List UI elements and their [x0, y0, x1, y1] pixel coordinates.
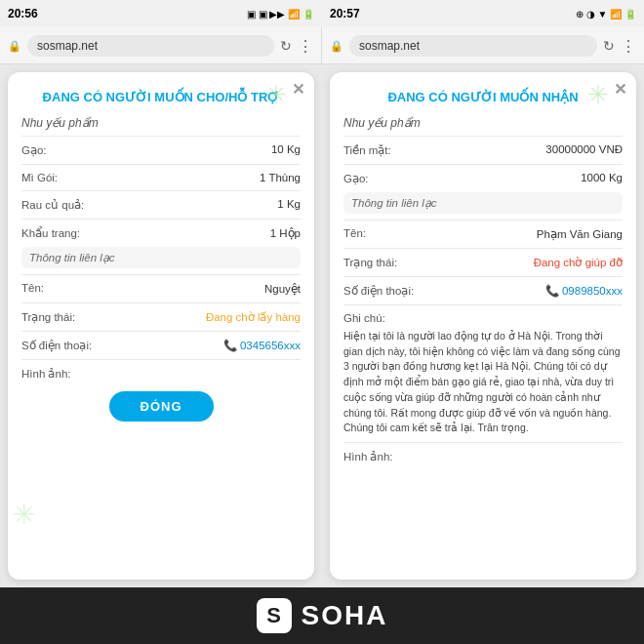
right-label-phone: Số điện thoại: [343, 284, 414, 298]
menu-dots-left[interactable]: ⋮ [298, 37, 313, 56]
left-value-trang-thai: Đang chờ lấy hàng [90, 310, 301, 324]
left-label-rau: Rau củ quả: [21, 198, 90, 212]
right-label-gao: Gạo: [343, 172, 412, 185]
reload-icon-left[interactable]: ↻ [280, 38, 292, 54]
browser-bars: 🔒 sosmap.net ↻ ⋮ 🔒 sosmap.net ↻ ⋮ [0, 27, 644, 64]
status-icons-left: ▣ ▣ ▶▶ 📶 🔋 [247, 9, 314, 20]
right-item-gao: Gạo: 1000 Kg [343, 171, 623, 186]
left-contact-ten: Tên: Nguyệt [21, 281, 301, 297]
right-value-trang-thai: Đang chờ giúp đỡ [412, 256, 623, 269]
right-value-gao: 1000 Kg [412, 172, 623, 183]
right-contact-trang-thai: Trạng thái: Đang chờ giúp đỡ [343, 255, 623, 270]
left-label-mi-goi: Mì Gói: [21, 172, 90, 183]
close-button-left[interactable]: ✕ [292, 80, 304, 99]
soha-brand-name: SOHA [302, 600, 388, 631]
right-label-trang-thai: Trạng thái: [343, 256, 412, 269]
right-contact-ten: Tên: Phạm Văn Giang [343, 226, 623, 242]
virus-decoration-top: ✳ [265, 80, 287, 110]
browser-bar-right: 🔒 sosmap.net ↻ ⋮ [322, 27, 644, 64]
left-label-hinh-anh: Hình ảnh: [21, 367, 90, 381]
lock-icon-right: 🔒 [330, 40, 343, 53]
left-section-nhu-yeu-pham: Nhu yếu phẩm [21, 116, 301, 130]
right-divider-5 [343, 276, 623, 277]
right-contact-phone: Số điện thoại: 📞 0989850xxx [343, 283, 623, 299]
left-label-phone: Số điện thoại: [21, 339, 92, 352]
divider-4 [21, 219, 301, 220]
menu-dots-right[interactable]: ⋮ [621, 37, 636, 56]
left-item-rau: Rau củ quả: 1 Kg [21, 197, 301, 213]
right-divider-7 [343, 442, 623, 443]
right-divider-4 [343, 248, 623, 249]
divider-3 [21, 190, 301, 191]
soha-bar: S SOHA [0, 587, 644, 644]
right-card: ✳ ✕ ĐANG CÓ NGƯỜI MUỐN NHẬN Nhu yếu phẩm… [330, 72, 636, 580]
right-divider-6 [343, 304, 623, 305]
left-contact-hinh-anh: Hình ảnh: [21, 366, 301, 382]
left-item-mi-goi: Mì Gói: 1 Thùng [21, 171, 301, 184]
left-contact-trang-thai: Trạng thái: Đang chờ lấy hàng [21, 309, 301, 325]
left-value-rau: 1 Kg [90, 198, 301, 210]
browser-bar-left: 🔒 sosmap.net ↻ ⋮ [0, 27, 322, 64]
reload-icon-right[interactable]: ↻ [603, 38, 615, 54]
time-right: 20:57 [330, 7, 360, 20]
right-label-tien-mat: Tiền mặt: [343, 143, 412, 157]
left-item-gao: Gạo: 10 Kg [21, 142, 301, 158]
right-section-nhu-yeu-pham: Nhu yếu phẩm [343, 116, 623, 130]
left-value-phone[interactable]: 📞 0345656xxx [92, 339, 301, 352]
lock-icon-left: 🔒 [8, 40, 21, 53]
right-divider-2 [343, 164, 623, 165]
left-value-ten: Nguyệt [90, 282, 301, 296]
status-bar-left: 20:56 ▣ ▣ ▶▶ 📶 🔋 [0, 0, 322, 27]
divider-1 [21, 136, 301, 137]
left-contact-phone: Số điện thoại: 📞 0345656xxx [21, 338, 301, 353]
left-value-mi-goi: 1 Thùng [90, 172, 301, 183]
right-section-contact-header: Thông tin liên lạc [343, 192, 623, 214]
left-label-trang-thai: Trạng thái: [21, 310, 90, 324]
right-hinh-anh: Hình ảnh: [343, 449, 623, 464]
right-divider-1 [343, 136, 623, 137]
right-label-hinh-anh: Hình ảnh: [343, 450, 412, 463]
url-bar-right[interactable]: sosmap.net [349, 35, 597, 57]
main-content: ✳ ✳ ✕ ĐANG CÓ NGƯỜI MUỐN CHO/HỖ TRỢ Nhu … [0, 64, 644, 587]
virus-decoration-bottom: ✳ [13, 499, 35, 531]
right-label-ghi-chu: Ghi chú: [343, 312, 412, 324]
soha-logo-letter: S [266, 603, 281, 628]
left-item-khau-trang: Khẩu trang: 1 Hộp [21, 225, 301, 241]
left-card-panel: ✳ ✳ ✕ ĐANG CÓ NGƯỜI MUỐN CHO/HỖ TRỢ Nhu … [0, 64, 322, 587]
status-bar-right: 20:57 ⊕ ◑ ▼ 📶 🔋 [322, 0, 644, 27]
divider-6 [21, 302, 301, 303]
right-value-ten: Phạm Văn Giang [412, 227, 623, 241]
right-card-title: ĐANG CÓ NGƯỜI MUỐN NHẬN [343, 90, 623, 106]
right-card-panel: ✳ ✕ ĐANG CÓ NGƯỜI MUỐN NHẬN Nhu yếu phẩm… [322, 64, 644, 587]
status-icons-right: ⊕ ◑ ▼ 📶 🔋 [576, 9, 636, 20]
right-value-phone[interactable]: 📞 0989850xxx [414, 284, 623, 298]
right-note-row: Ghi chú: [343, 311, 623, 325]
time-left: 20:56 [8, 7, 38, 20]
divider-7 [21, 331, 301, 332]
right-item-tien-mat: Tiền mặt: 30000000 VNĐ [343, 142, 623, 158]
left-value-gao: 10 Kg [90, 143, 301, 155]
left-card-title: ĐANG CÓ NGƯỜI MUỐN CHO/HỖ TRỢ [21, 90, 301, 106]
left-value-khau-trang: 1 Hộp [90, 226, 301, 240]
right-label-ten: Tên: [343, 227, 412, 239]
left-label-ten: Tên: [21, 282, 90, 294]
left-section-contact-header: Thông tin liên lạc [21, 247, 301, 268]
right-value-tien-mat: 30000000 VNĐ [412, 143, 623, 155]
left-card: ✳ ✳ ✕ ĐANG CÓ NGƯỜI MUỐN CHO/HỖ TRỢ Nhu … [8, 72, 314, 580]
url-bar-left[interactable]: sosmap.net [27, 35, 274, 57]
soha-logo: S [257, 598, 292, 633]
left-label-khau-trang: Khẩu trang: [21, 226, 90, 240]
right-divider-3 [343, 220, 623, 221]
divider-2 [21, 164, 301, 165]
dong-button[interactable]: ĐÓNG [109, 391, 214, 422]
divider-5 [21, 274, 301, 275]
virus-decoration-right-top: ✳ [587, 80, 609, 110]
right-note-text: Hiện tại tôi là người lao động tự do ở H… [343, 329, 623, 436]
divider-8 [21, 359, 301, 360]
status-bars: 20:56 ▣ ▣ ▶▶ 📶 🔋 20:57 ⊕ ◑ ▼ 📶 🔋 [0, 0, 644, 27]
close-button-right[interactable]: ✕ [614, 80, 626, 99]
left-label-gao: Gạo: [21, 143, 90, 157]
